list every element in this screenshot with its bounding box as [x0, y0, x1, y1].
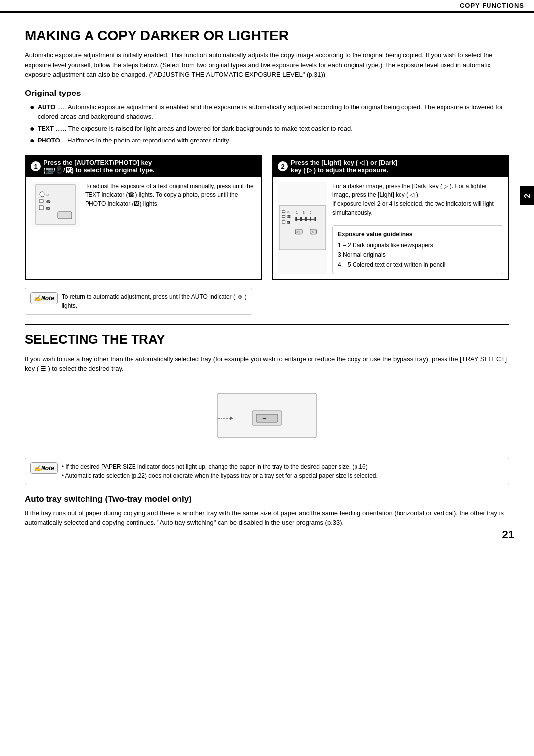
item-label: TEXT ...... The exposure is raised for l… [38, 124, 353, 134]
svg-rect-23 [295, 217, 297, 221]
svg-text:3: 3 [303, 211, 305, 214]
list-item: ● TEXT ...... The exposure is raised for… [30, 124, 509, 134]
svg-rect-27 [315, 217, 316, 221]
note-line-1: • If the desired PAPER SIZE indicator do… [62, 462, 378, 472]
svg-rect-9 [282, 211, 285, 213]
step2-box: 2 Press the [Light] key ( ◁ ) or [Dark]k… [272, 155, 509, 280]
exposure-note-title: Exposure value guidelines [338, 230, 498, 239]
step2-desc-area: For a darker image, press the [Dark] key… [332, 182, 503, 274]
svg-point-1 [40, 192, 44, 197]
list-item: ● PHOTO .. Halftones in the photo are re… [30, 136, 509, 146]
step1-description: To adjust the exposure of a text origina… [85, 182, 256, 227]
page2-title: SELECTING THE TRAY [25, 332, 509, 347]
svg-rect-13 [282, 220, 285, 223]
svg-text:▷: ▷ [311, 230, 314, 234]
list-item: ● AUTO ..... Automatic exposure adjustme… [30, 102, 509, 122]
bullet-dot: ● [30, 136, 35, 146]
svg-rect-7 [58, 212, 72, 219]
auto-tray-heading: Auto tray switching (Two-tray model only… [25, 494, 509, 504]
bullet-dot: ● [30, 102, 35, 113]
page-body: 2 MAKING A COPY DARKER OR LIGHTER Automa… [0, 13, 534, 556]
tray-svg: ☰ [213, 383, 321, 448]
auto-tray-text: If the tray runs out of paper during cop… [25, 508, 509, 527]
step2-content: ☺ ☎ 🖼 1 3 5 ◁ ▷ [273, 177, 508, 279]
step2-diagram: ☺ ☎ 🖼 1 3 5 ◁ ▷ [278, 182, 327, 274]
svg-text:☎: ☎ [287, 215, 291, 218]
bullet-dot: ● [30, 124, 35, 134]
header-title: COPY FUNCTIONS [460, 2, 524, 9]
steps-container: 1 Press the [AUTO/TEXT/PHOTO] key(📷/📱/🖼)… [25, 155, 509, 280]
header-bar: COPY FUNCTIONS [0, 0, 534, 13]
exposure-line-1: 1 – 2 Dark originals like newspapers [338, 241, 498, 250]
svg-rect-25 [305, 217, 307, 221]
original-types-heading: Original types [25, 89, 509, 98]
page2-intro: If you wish to use a tray other than the… [25, 354, 509, 374]
svg-rect-24 [300, 217, 302, 221]
step2-svg: ☺ ☎ 🖼 1 3 5 ◁ ▷ [278, 204, 327, 251]
right-tab: 2 [520, 186, 534, 205]
svg-text:☺: ☺ [287, 210, 290, 214]
step1-title: Press the [AUTO/TEXT/PHOTO] key(📷/📱/🖼) t… [44, 159, 155, 174]
note-box-2: ✍Note • If the desired PAPER SIZE indica… [25, 458, 509, 485]
note-icon-2: ✍Note [30, 462, 58, 474]
svg-text:5: 5 [310, 211, 312, 214]
item-label: PHOTO .. Halftones in the photo are repr… [38, 136, 230, 145]
note-text-1: To return to automatic adjustment, press… [62, 292, 247, 310]
svg-text:🖼: 🖼 [46, 207, 50, 211]
page-title: MAKING A COPY DARKER OR LIGHTER [25, 28, 509, 44]
step1-diagram: ☺ ☎ 🖼 [31, 182, 80, 227]
svg-rect-30 [256, 414, 278, 422]
step1-svg: ☺ ☎ 🖼 [33, 182, 78, 227]
svg-text:☰: ☰ [262, 416, 267, 421]
svg-text:🖼: 🖼 [287, 221, 290, 224]
svg-rect-3 [39, 200, 43, 202]
svg-text:☺: ☺ [46, 193, 50, 197]
note-line-2: • Automatic ratio selection (p.22) does … [62, 472, 378, 481]
original-types-list: ● AUTO ..... Automatic exposure adjustme… [30, 102, 509, 146]
step1-header: 1 Press the [AUTO/TEXT/PHOTO] key(📷/📱/🖼)… [26, 156, 261, 177]
item-label: AUTO ..... Automatic exposure adjustment… [38, 102, 509, 122]
svg-rect-5 [39, 206, 43, 210]
note-icon-1: ✍Note [30, 292, 58, 304]
intro-text: Automatic exposure adjustment is initial… [25, 50, 509, 80]
step1-content: ☺ ☎ 🖼 To adjust the exposure of a text o… [26, 177, 261, 232]
exposure-note-box: Exposure value guidelines 1 – 2 Dark ori… [332, 225, 503, 274]
svg-text:1: 1 [296, 211, 298, 214]
step2-title: Press the [Light] key ( ◁ ) or [Dark]key… [291, 159, 397, 174]
section-divider [25, 324, 509, 325]
exposure-line-3: 4 – 5 Colored text or text written in pe… [338, 260, 498, 270]
step2-header: 2 Press the [Light] key ( ◁ ) or [Dark]k… [273, 156, 508, 177]
svg-rect-26 [310, 217, 312, 221]
step2-description: For a darker image, press the [Dark] key… [332, 182, 503, 217]
exposure-line-2: 3 Normal originals [338, 250, 498, 260]
svg-rect-11 [282, 215, 285, 217]
svg-text:◁: ◁ [296, 230, 300, 234]
step1-box: 1 Press the [AUTO/TEXT/PHOTO] key(📷/📱/🖼)… [25, 155, 262, 280]
step2-number: 2 [278, 161, 288, 171]
tray-diagram-area: ☰ [25, 383, 509, 448]
note-text-2: • If the desired PAPER SIZE indicator do… [62, 462, 378, 481]
svg-text:☎: ☎ [46, 200, 51, 204]
note-box-1: ✍Note To return to automatic adjustment,… [25, 288, 252, 315]
page-number: 21 [502, 528, 514, 541]
step1-number: 1 [31, 161, 41, 171]
